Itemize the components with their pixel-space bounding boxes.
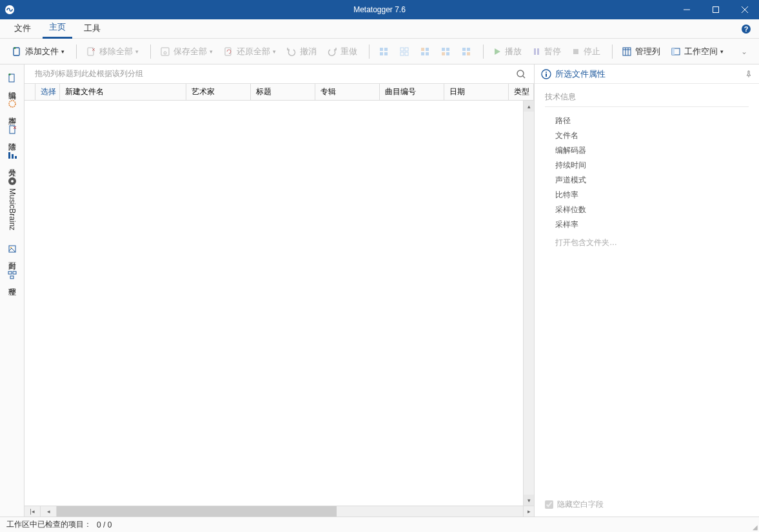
remove-all-label: 移除全部	[99, 46, 133, 57]
col-trackno[interactable]: 曲目编号	[380, 84, 444, 100]
svg-rect-49	[12, 154, 14, 159]
col-artist[interactable]: 艺术家	[186, 84, 251, 100]
open-folder-link[interactable]: 打开包含文件夹…	[545, 232, 749, 253]
search-icon[interactable]	[516, 69, 526, 79]
script-icon	[8, 99, 17, 108]
resize-grip[interactable]: ◢	[753, 524, 758, 531]
hscroll-thumb[interactable]	[57, 506, 337, 517]
col-title[interactable]: 标题	[251, 84, 315, 100]
stop-button[interactable]: 停止	[567, 43, 604, 60]
sidebar-item-organize[interactable]: 整理	[4, 265, 20, 287]
view-grid-4[interactable]	[437, 44, 455, 59]
minimize-button[interactable]	[672, 0, 701, 19]
toolbar-separator	[369, 44, 370, 59]
view-grid-5[interactable]	[457, 44, 475, 59]
svg-rect-36	[573, 49, 578, 54]
properties-header: 所选文件属性	[535, 64, 759, 84]
vertical-scrollbar[interactable]: ▴ ▾	[523, 101, 534, 506]
pause-label: 暂停	[544, 46, 561, 57]
scroll-right-icon[interactable]: ▸	[523, 506, 534, 517]
sidebar-item-script[interactable]: 脚本	[4, 94, 20, 116]
svg-rect-21	[405, 52, 408, 55]
toolbar-overflow[interactable]: ⌄	[737, 44, 751, 59]
menu-file[interactable]: 文件	[8, 20, 37, 38]
col-new-filename[interactable]: 新建文件名	[60, 84, 186, 100]
grid-body: ▴ ▾	[25, 101, 534, 506]
svg-rect-37	[623, 48, 631, 55]
restore-all-button[interactable]: 还原全部 ▾	[219, 43, 280, 60]
sidebar-item-cover[interactable]: 封面	[4, 239, 20, 261]
svg-rect-23	[426, 48, 429, 51]
status-value: 0 / 0	[97, 520, 112, 529]
add-file-button[interactable]: 添加文件 ▾	[8, 43, 68, 60]
field-sample-bits: 采样位数	[545, 202, 749, 217]
pin-icon[interactable]	[745, 70, 753, 78]
help-icon[interactable]: ?	[741, 24, 751, 34]
group-hint: 拖动列标题到此处根据该列分组	[35, 68, 143, 79]
sidebar-item-clean[interactable]: 清除	[4, 120, 20, 142]
svg-point-44	[9, 101, 15, 107]
svg-rect-62	[546, 74, 547, 77]
svg-rect-57	[10, 276, 14, 279]
play-button[interactable]: 播放	[489, 43, 526, 60]
workspace-button[interactable]: 工作空间 ▾	[667, 43, 727, 60]
toolbar-separator	[150, 44, 151, 59]
sidebar-item-musicbrainz[interactable]: MusicBrainz	[5, 172, 19, 235]
col-genre[interactable]: 类型	[509, 84, 534, 100]
properties-footer: 隐藏空白字段	[535, 493, 759, 517]
manage-columns-button[interactable]: 管理列	[618, 43, 664, 60]
sort-icon	[8, 151, 17, 160]
menu-home[interactable]: 主页	[43, 19, 72, 39]
organize-icon	[8, 270, 17, 279]
toolbar-separator	[483, 44, 484, 59]
chevron-down-icon: ▾	[210, 48, 213, 55]
remove-all-button[interactable]: 移除全部 ▾	[82, 43, 143, 60]
field-filename: 文件名	[545, 128, 749, 143]
toolbar: 添加文件 ▾ 移除全部 ▾ 保存全部 ▾ 还原全部 ▾ 撤消 重做 播放 暂停	[0, 39, 759, 64]
view-grid-3[interactable]	[416, 44, 434, 59]
scroll-first-icon[interactable]: |◂	[25, 506, 41, 517]
col-select[interactable]: 选择	[35, 84, 60, 100]
col-album[interactable]: 专辑	[315, 84, 380, 100]
group-by-bar[interactable]: 拖动列标题到此处根据该列分组	[25, 64, 534, 84]
field-path: 路径	[545, 113, 749, 128]
undo-button[interactable]: 撤消	[282, 43, 320, 60]
sidebar-item-sort[interactable]: 分类	[4, 146, 20, 168]
col-date[interactable]: 日期	[444, 84, 509, 100]
edit-icon	[8, 74, 17, 83]
field-duration: 持续时间	[545, 158, 749, 173]
svg-rect-26	[442, 48, 445, 51]
view-grid-1[interactable]	[375, 44, 393, 59]
grid-area: 拖动列标题到此处根据该列分组 选择 新建文件名 艺术家 标题 专辑 曲目编号 日…	[25, 64, 535, 517]
svg-rect-19	[405, 48, 408, 51]
save-all-button[interactable]: 保存全部 ▾	[156, 43, 217, 60]
stop-icon	[571, 47, 580, 56]
info-icon	[541, 69, 551, 79]
maximize-button[interactable]	[701, 0, 730, 19]
hscroll-track[interactable]	[57, 506, 523, 517]
redo-button[interactable]: 重做	[323, 43, 361, 60]
svg-rect-27	[446, 48, 449, 51]
close-button[interactable]	[730, 0, 759, 19]
view-grid-2[interactable]	[395, 44, 413, 59]
svg-rect-15	[384, 48, 388, 51]
workspace-label: 工作空间	[684, 46, 718, 57]
menu-tools[interactable]: 工具	[77, 20, 107, 38]
svg-rect-42	[672, 48, 675, 55]
field-bitrate: 比特率	[545, 188, 749, 202]
field-sample-rate: 采样率	[545, 217, 749, 232]
scroll-up-icon[interactable]: ▴	[524, 101, 534, 112]
col-expand[interactable]	[25, 84, 35, 100]
scroll-down-icon[interactable]: ▾	[524, 495, 534, 506]
hide-empty-checkbox[interactable]	[545, 500, 553, 509]
scroll-left-icon[interactable]: ◂	[41, 506, 56, 517]
svg-line-59	[523, 76, 525, 78]
horizontal-scrollbar[interactable]: |◂ ◂ ▸	[25, 506, 534, 517]
manage-columns-label: 管理列	[635, 46, 660, 57]
svg-rect-14	[380, 48, 383, 51]
pause-button[interactable]: 暂停	[528, 43, 565, 60]
sidebar-item-edit[interactable]: 编辑	[4, 68, 20, 90]
svg-rect-33	[467, 52, 470, 55]
svg-rect-31	[467, 48, 470, 51]
titlebar: Metatogger 7.6	[0, 0, 759, 19]
